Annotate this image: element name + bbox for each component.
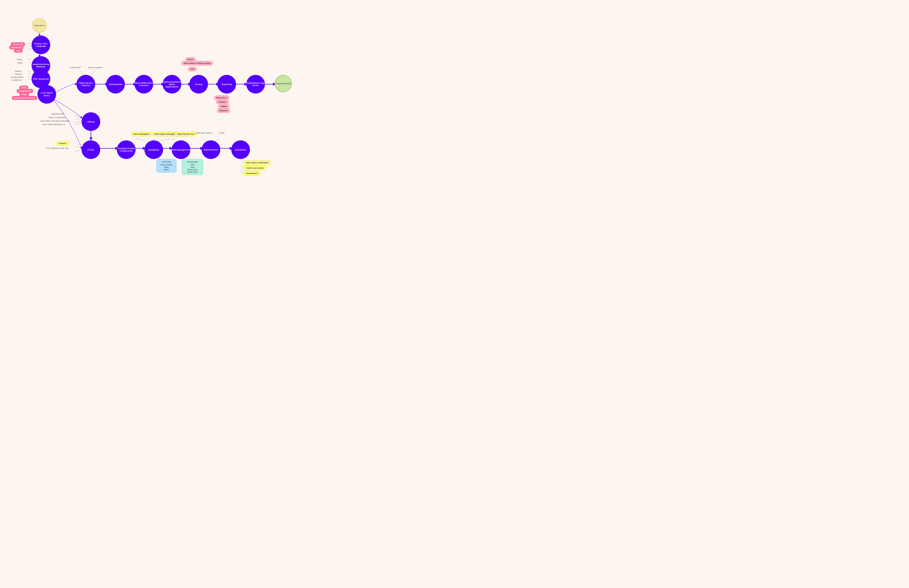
node-choose-language-label: Choose Your Language (32, 42, 50, 47)
label-filter: filter() (17, 58, 22, 61)
tag-rn-testing-library[interactable]: React Native Testing Library (181, 61, 213, 66)
node-reporting[interactable]: Reporting (217, 75, 236, 94)
tag-components-lifecycle[interactable]: Components Lifecycle (12, 96, 37, 100)
item-fetch: fetch (184, 163, 201, 166)
node-creating-custom-label: Creating Custom Components (117, 147, 136, 152)
box-remote-data: Remote Data fetch axios React Query Apol… (182, 159, 203, 175)
item-mobx: Mobx (158, 166, 175, 168)
node-animations[interactable]: Animations (231, 141, 250, 159)
label-styled-components: styled-components (49, 116, 66, 119)
node-keep-learning-label: Keep Learning (276, 82, 291, 85)
label-classes: Classes (15, 73, 22, 75)
svg-line-47 (158, 139, 175, 141)
node-optimizing-label: Optimizing React Native Applications (163, 81, 181, 88)
node-optimizing[interactable]: Optimizing React Native Applications (163, 75, 181, 94)
tag-reactotron[interactable]: Reactotron (214, 95, 230, 100)
node-forms-label: Forms (88, 149, 94, 151)
node-oop-label: OOP JavaScript (33, 78, 49, 80)
node-keep-learning[interactable]: Keep Learning (275, 75, 292, 92)
node-authentication[interactable]: Authentication (202, 141, 220, 159)
box-remote-data-title: Remote Data (184, 161, 201, 163)
svg-line-41 (75, 121, 82, 123)
tag-reanimated2[interactable]: reanimated 2 (243, 171, 260, 176)
svg-line-39 (75, 115, 82, 118)
svg-line-31 (91, 69, 96, 75)
tag-firebase[interactable]: Firebase (216, 100, 229, 104)
node-choose-language[interactable]: Choose Your Language (32, 36, 50, 54)
item-react-context: React Context (158, 163, 175, 166)
label-camera-api: Camera API (70, 66, 81, 69)
tag-jest[interactable]: Jest (188, 67, 197, 71)
box-local-state-title: Local State (158, 161, 175, 163)
node-data-management[interactable]: Data Management (171, 141, 190, 159)
svg-line-43 (75, 147, 82, 147)
tag-formik[interactable]: Formik ♥ (56, 141, 70, 146)
node-js-array-label: JavaScript Array Methods (32, 63, 50, 68)
node-rn-best-practices-label: React Native Best Practices (134, 82, 153, 87)
node-data-management-label: Data Management (172, 149, 190, 151)
roadmap-canvas: Start Here Choose Your Language JavaScri… (0, 0, 454, 294)
node-styling-label: Styling (87, 121, 95, 123)
svg-line-42 (75, 123, 82, 125)
svg-line-45 (136, 139, 146, 141)
label-rn-extended: react-native-extended-stylesheet (40, 120, 69, 122)
label-form-validation: Form Validation With Yup (46, 147, 68, 149)
label-inheritance: Inheritance (12, 79, 22, 81)
tag-react-navigation[interactable]: React Navigation (131, 132, 152, 136)
svg-line-30 (79, 69, 84, 75)
node-native-device-features[interactable]: Native Device Features (76, 75, 95, 94)
node-native-device-label: Native Device Features (76, 82, 95, 87)
label-device-location: Device Location (88, 66, 102, 69)
tag-lottie[interactable]: • lottie-react-native (243, 166, 266, 170)
tag-rn-reanimated[interactable]: react-native-reanimated (243, 160, 271, 165)
node-creating-custom[interactable]: Creating Custom Components (117, 141, 136, 159)
item-apollo-client: Apollo Client (184, 171, 201, 173)
svg-line-28 (30, 94, 35, 96)
node-caching-data[interactable]: Caching Data (106, 75, 125, 94)
label-stylesheet-api: Stylesheet API (51, 113, 65, 115)
label-jwt: JSON Web Tokens (195, 132, 212, 134)
svg-line-52 (239, 168, 243, 174)
node-start-label: Start Here (34, 24, 44, 27)
node-styling[interactable]: Styling (82, 112, 100, 131)
node-navigation[interactable]: Navigation (144, 141, 163, 159)
label-map: map() (17, 61, 23, 64)
label-auth0: Auth0 (219, 132, 225, 134)
node-testing[interactable]: Testing (189, 75, 208, 94)
node-animations-label: Animations (235, 149, 246, 151)
svg-line-51 (239, 163, 243, 168)
svg-line-44 (75, 150, 82, 152)
node-authentication-label: Authentication (204, 149, 218, 151)
svg-line-49 (215, 139, 219, 142)
node-publishing[interactable]: Publishing to App Stores (246, 75, 265, 94)
node-caching-data-label: Caching Data (108, 83, 122, 86)
node-start[interactable]: Start Here (32, 18, 47, 33)
node-rn-best-practices[interactable]: React Native Best Practices (134, 75, 153, 94)
item-redux: Redux (158, 168, 175, 171)
tag-flipper[interactable]: Flipper (218, 104, 230, 108)
node-navigation-label: Navigation (148, 149, 159, 151)
item-react-query: React Query (184, 168, 201, 171)
node-reporting-label: Reporting (222, 83, 232, 86)
label-encapsulation: Encapsulation (11, 76, 23, 78)
tag-flow[interactable]: Flow (14, 48, 23, 53)
node-forms[interactable]: Forms (82, 141, 100, 159)
node-learn-basic-react-label: Learn BasicReact (40, 92, 53, 97)
box-local-state: Local State React Context Mobx Redux (157, 159, 176, 173)
item-axios: axios (184, 166, 201, 168)
label-rn-tailwind: react-native-tailwindcss ♥ (42, 123, 65, 126)
label-objects: Objects (15, 70, 21, 73)
node-publishing-label: Publishing to App Stores (246, 82, 265, 87)
node-testing-label: Testing (195, 83, 202, 86)
tag-react-router-flux[interactable]: React Router Flux (175, 132, 197, 136)
tag-segment[interactable]: Segment (217, 108, 230, 113)
node-learn-basic-react[interactable]: Learn BasicReact (37, 85, 56, 104)
